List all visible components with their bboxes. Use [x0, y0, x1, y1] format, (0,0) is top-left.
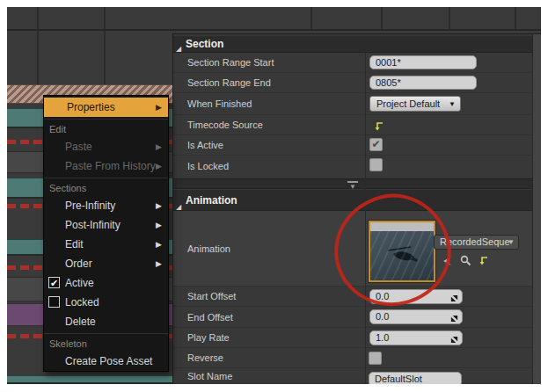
- menu-item-label: Paste: [65, 141, 92, 153]
- timeline-gridline: [381, 7, 383, 31]
- numeric-drag-icon[interactable]: [450, 313, 458, 321]
- menu-item-pre-infinity[interactable]: Pre-Infinity ▶: [44, 196, 168, 215]
- slot-name-input[interactable]: DefaultSlot: [369, 372, 462, 384]
- dropdown-value: Project Default: [376, 98, 440, 109]
- property-label: Is Active: [187, 140, 223, 150]
- checkbox-checked-icon[interactable]: ✔: [48, 277, 60, 288]
- checkbox-unchecked-icon[interactable]: [48, 296, 60, 308]
- menu-item-label: Delete: [65, 316, 96, 328]
- numeric-drag-icon[interactable]: [450, 293, 458, 301]
- timeline-gridline: [311, 7, 312, 31]
- property-row-end-offset: End Offset 0.0: [173, 307, 533, 328]
- reverse-checkbox-unchecked[interactable]: [369, 352, 382, 365]
- timeline-gridline: [449, 7, 450, 31]
- menu-item-active[interactable]: ✔ Active: [44, 273, 168, 293]
- menu-item-post-infinity[interactable]: Post-Infinity ▶: [44, 215, 168, 235]
- menu-item-label: Pre-Infinity: [65, 200, 115, 212]
- field-value: 0001*: [376, 57, 401, 68]
- details-collapse-band: ▼: [173, 178, 533, 189]
- menu-item-delete[interactable]: Delete: [44, 312, 168, 331]
- menu-item-properties[interactable]: Properties ▶: [44, 98, 168, 117]
- is-active-checkbox-checked[interactable]: ✔: [369, 138, 383, 151]
- panel-scrollbar[interactable]: [532, 34, 541, 384]
- property-label: Is Locked: [187, 161, 229, 171]
- menu-item-order[interactable]: Order ▶: [44, 254, 168, 273]
- submenu-arrow-icon: ▶: [156, 156, 162, 176]
- end-offset-input[interactable]: 0.0: [369, 309, 463, 324]
- submenu-arrow-icon: ▶: [156, 98, 162, 117]
- menu-separator: [44, 333, 168, 334]
- browse-asset-icon[interactable]: [460, 254, 471, 270]
- timeline-track-bar[interactable]: [7, 375, 172, 384]
- when-finished-dropdown[interactable]: Project Default ▼: [369, 96, 461, 112]
- menu-item-locked[interactable]: Locked: [44, 293, 168, 312]
- menu-item-label: Properties: [67, 101, 115, 113]
- section-range-end-input[interactable]: 0805*: [369, 76, 477, 90]
- property-label: Slot Name: [187, 371, 232, 381]
- menu-separator: [44, 178, 168, 178]
- reset-to-default-icon[interactable]: [374, 120, 384, 135]
- menu-item-create-pose-asset[interactable]: Create Pose Asset: [44, 352, 168, 371]
- property-row-reverse: Reverse: [173, 348, 533, 368]
- sequencer-stage: Properties ▶ Edit Paste ▶ Paste From His…: [7, 7, 541, 384]
- property-row-timecode-source: Timecode Source: [173, 115, 533, 135]
- menu-item-paste-from-history[interactable]: Paste From History ▶: [44, 156, 168, 176]
- animation-category-header[interactable]: ◢ Animation: [173, 190, 533, 211]
- menu-item-label: Active: [65, 277, 94, 289]
- property-label: Animation: [187, 243, 230, 254]
- menu-item-label: Post-Infinity: [65, 219, 121, 231]
- property-label: Section Range End: [187, 77, 271, 88]
- menu-item-label: Locked: [65, 296, 99, 309]
- field-value: 0805*: [376, 77, 401, 88]
- property-row-is-active: Is Active ✔: [173, 135, 533, 156]
- reset-to-default-icon[interactable]: [479, 254, 489, 270]
- property-row-play-rate: Play Rate 1.0: [173, 328, 533, 348]
- property-label: Section Range Start: [187, 57, 274, 68]
- menu-item-paste[interactable]: Paste ▶: [44, 137, 168, 156]
- numeric-drag-icon[interactable]: [450, 334, 458, 342]
- submenu-arrow-icon: ▶: [156, 235, 162, 254]
- dropdown-arrow-icon: ▼: [449, 97, 456, 112]
- field-value: 0.0: [376, 311, 389, 322]
- menu-item-label: Paste From History: [65, 160, 156, 172]
- field-value: 1.0: [376, 332, 389, 343]
- menu-group-sections: Sections: [44, 180, 168, 196]
- field-value: DefaultSlot: [375, 374, 422, 384]
- property-label: Start Offset: [187, 291, 236, 301]
- property-label: End Offset: [187, 312, 233, 323]
- property-label: Play Rate: [187, 332, 230, 343]
- menu-separator: [44, 119, 168, 120]
- submenu-arrow-icon: ▶: [156, 196, 162, 215]
- property-row-section-range-start: Section Range Start 0001*: [173, 53, 533, 73]
- property-row-slot-name: Slot Name DefaultSlot: [173, 368, 533, 384]
- timeline-gridline: [515, 7, 516, 31]
- property-label: When Finished: [187, 98, 252, 109]
- submenu-arrow-icon: ▶: [156, 254, 162, 273]
- is-locked-checkbox-unchecked[interactable]: [369, 158, 383, 171]
- category-title: Animation: [186, 194, 237, 207]
- section-category-header[interactable]: ◢ Section: [173, 36, 533, 53]
- menu-item-label: Create Pose Asset: [65, 355, 152, 367]
- menu-item-label: Edit: [65, 238, 84, 250]
- context-menu: Properties ▶ Edit Paste ▶ Paste From His…: [43, 95, 169, 372]
- property-row-when-finished: When Finished Project Default ▼: [173, 93, 533, 115]
- play-rate-input[interactable]: 1.0: [369, 330, 463, 345]
- property-label: Reverse: [187, 352, 223, 363]
- property-label: Timecode Source: [187, 120, 263, 130]
- property-row-is-locked: Is Locked: [173, 156, 533, 176]
- submenu-arrow-icon: ▶: [156, 137, 162, 156]
- category-title: Section: [186, 38, 223, 50]
- dropdown-arrow-icon: ▼: [508, 236, 515, 250]
- menu-group-edit: Edit: [44, 121, 168, 137]
- menu-item-label: Order: [65, 258, 92, 270]
- submenu-arrow-icon: ▶: [156, 215, 162, 235]
- menu-group-skeleton: Skeleton: [44, 336, 168, 352]
- screenshot-canvas: Properties ▶ Edit Paste ▶ Paste From His…: [0, 0, 548, 392]
- property-row-section-range-end: Section Range End 0805*: [173, 73, 533, 93]
- section-range-start-input[interactable]: 0001*: [369, 55, 477, 69]
- menu-item-edit[interactable]: Edit ▶: [44, 235, 168, 254]
